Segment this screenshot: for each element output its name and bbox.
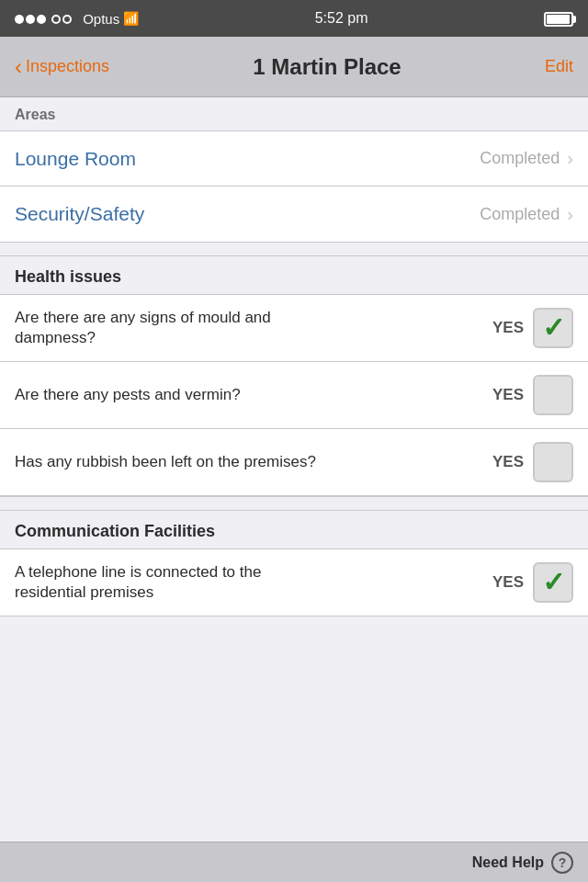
group-separator-2 <box>0 496 588 511</box>
mould-dampness-row: Are there are any signs of mould and dam… <box>0 295 588 362</box>
telephone-line-yes-label: YES <box>492 573 524 592</box>
security-safety-status-text: Completed <box>480 205 560 224</box>
pests-vermin-answer[interactable]: YES <box>492 375 573 415</box>
back-label: Inspections <box>26 57 109 76</box>
footer: Need Help ? <box>0 842 588 882</box>
group-separator-1 <box>0 242 588 256</box>
pests-vermin-row: Are there any pests and vermin? YES <box>0 362 588 429</box>
mould-dampness-checkbox[interactable] <box>533 308 573 348</box>
pests-vermin-yes-label: YES <box>492 386 524 404</box>
security-safety-row[interactable]: Security/Safety Completed › <box>0 187 588 242</box>
mould-dampness-yes-label: YES <box>492 319 524 337</box>
mould-dampness-question: Are there are any signs of mould and dam… <box>15 308 327 348</box>
status-left: Optus 📶 <box>15 11 139 27</box>
signal-dots <box>15 11 74 27</box>
rubbish-premises-checkbox[interactable] <box>533 442 573 482</box>
comm-facilities-list: A telephone line is connected to the res… <box>0 549 588 616</box>
rubbish-premises-yes-label: YES <box>492 453 524 471</box>
edit-button[interactable]: Edit <box>545 57 573 76</box>
back-chevron-icon: ‹ <box>15 56 22 78</box>
rubbish-premises-answer[interactable]: YES <box>492 442 573 482</box>
pests-vermin-question: Are there any pests and vermin? <box>15 385 241 405</box>
back-button[interactable]: ‹ Inspections <box>15 56 109 78</box>
telephone-line-answer[interactable]: YES <box>492 562 573 603</box>
carrier-label: Optus <box>83 11 119 27</box>
mould-dampness-answer[interactable]: YES <box>492 308 573 348</box>
wifi-icon: 📶 <box>123 11 139 26</box>
lounge-room-status-text: Completed <box>480 149 560 168</box>
nav-bar: ‹ Inspections 1 Martin Place Edit <box>0 37 588 97</box>
page-title: 1 Martin Place <box>109 54 545 80</box>
battery-indicator <box>544 11 573 27</box>
health-section-header: Health issues <box>0 256 588 295</box>
areas-section-header: Areas <box>0 97 588 131</box>
lounge-room-status: Completed › <box>480 148 573 169</box>
telephone-line-question: A telephone line is connected to the res… <box>15 562 327 603</box>
status-bar: Optus 📶 5:52 pm <box>0 0 588 37</box>
telephone-line-row: A telephone line is connected to the res… <box>0 549 588 616</box>
lounge-room-label: Lounge Room <box>15 148 136 170</box>
lounge-room-chevron-icon: › <box>567 148 573 169</box>
need-help-button[interactable]: Need Help ? <box>472 852 573 874</box>
health-issues-list: Are there are any signs of mould and dam… <box>0 295 588 496</box>
comm-section-header: Communication Facilities <box>0 511 588 549</box>
need-help-label: Need Help <box>472 854 544 871</box>
telephone-line-checkbox[interactable] <box>533 562 573 603</box>
security-safety-status: Completed › <box>480 204 573 225</box>
security-safety-chevron-icon: › <box>567 204 573 225</box>
help-circle-icon: ? <box>551 852 573 874</box>
status-time: 5:52 pm <box>315 10 368 27</box>
rubbish-premises-question: Has any rubbish been left on the premise… <box>15 452 316 472</box>
pests-vermin-checkbox[interactable] <box>533 375 573 415</box>
areas-list: Lounge Room Completed › Security/Safety … <box>0 131 588 242</box>
content-area: Areas Lounge Room Completed › Security/S… <box>0 97 588 657</box>
rubbish-premises-row: Has any rubbish been left on the premise… <box>0 429 588 496</box>
lounge-room-row[interactable]: Lounge Room Completed › <box>0 131 588 187</box>
security-safety-label: Security/Safety <box>15 203 144 225</box>
